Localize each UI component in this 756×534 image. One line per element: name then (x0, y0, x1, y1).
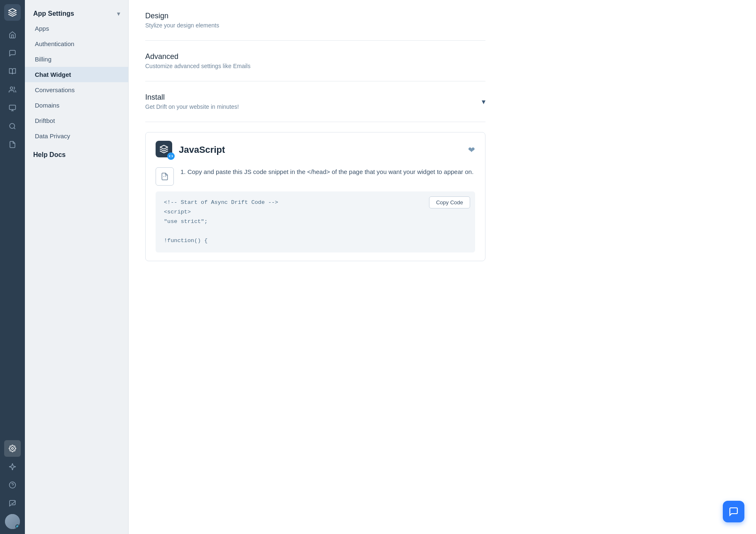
nav-item-data-privacy[interactable]: Data Privacy (25, 128, 128, 144)
install-title: Install (145, 93, 239, 102)
nav-item-driftbot[interactable]: Driftbot (25, 113, 128, 128)
advanced-section: Advanced Customize advanced settings lik… (145, 41, 485, 81)
docs-nav-icon[interactable] (4, 136, 21, 153)
design-section: Design Stylize your design elements (145, 0, 485, 41)
install-chevron[interactable]: ▾ (482, 97, 485, 106)
app-settings-chevron: ▾ (117, 10, 120, 17)
settings-nav-icon[interactable] (4, 440, 21, 457)
feedback-nav-icon[interactable] (4, 495, 21, 512)
svg-point-0 (10, 87, 13, 89)
js-card-label: JavaScript (179, 145, 225, 155)
code-line-5: !function() { (164, 236, 467, 246)
nav-item-authentication[interactable]: Authentication (25, 36, 128, 51)
install-subtitle: Get Drift on your website in minutes! (145, 103, 239, 110)
nav-item-conversations[interactable]: Conversations (25, 82, 128, 98)
rocket-nav-icon[interactable] (4, 458, 21, 475)
chat-fab-button[interactable] (723, 501, 744, 522)
advanced-subtitle: Customize advanced settings like Emails (145, 63, 251, 69)
svg-line-9 (164, 176, 164, 177)
advanced-info: Advanced Customize advanced settings lik… (145, 52, 251, 69)
nav-sidebar: App Settings ▾ Apps Authentication Billi… (25, 0, 129, 534)
install-step-1: 1. Copy and paste this JS code snippet i… (156, 167, 475, 186)
nav-item-domains[interactable]: Domains (25, 98, 128, 113)
help-docs-section[interactable]: Help Docs (25, 144, 128, 161)
app-settings-label: App Settings (33, 10, 74, 17)
help-nav-icon[interactable] (4, 477, 21, 493)
svg-line-5 (14, 127, 15, 129)
design-subtitle: Stylize your design elements (145, 22, 219, 29)
home-nav-icon[interactable] (4, 27, 21, 43)
svg-point-4 (10, 123, 15, 128)
avatar-button[interactable] (4, 513, 21, 530)
code-block: Copy Code <!-- Start of Async Drift Code… (156, 191, 475, 252)
contacts-nav-icon[interactable] (4, 100, 21, 116)
step-description: 1. Copy and paste this JS code snippet i… (180, 167, 473, 177)
main-content: Design Stylize your design elements Adva… (129, 0, 756, 534)
book-nav-icon[interactable] (4, 63, 21, 80)
advanced-title: Advanced (145, 52, 251, 61)
code-line-2: <script> (164, 208, 467, 217)
js-logo-badge (167, 152, 175, 160)
nav-item-apps[interactable]: Apps (25, 21, 128, 36)
search-nav-icon[interactable] (4, 118, 21, 135)
code-file-icon (156, 167, 174, 186)
js-card-heart[interactable]: ❤ (468, 145, 475, 155)
nav-item-chat-widget[interactable]: Chat Widget (25, 67, 128, 82)
design-info: Design Stylize your design elements (145, 12, 219, 29)
javascript-card: JavaScript ❤ 1. Copy and paste this JS c… (145, 132, 485, 261)
install-info: Install Get Drift on your website in min… (145, 93, 239, 110)
app-logo[interactable] (4, 4, 21, 21)
code-line-3: "use strict"; (164, 217, 467, 227)
bottom-nav-icons (4, 440, 21, 530)
nav-item-billing[interactable]: Billing (25, 51, 128, 67)
icon-sidebar (0, 0, 25, 534)
team-nav-icon[interactable] (4, 81, 21, 98)
js-card-header: JavaScript ❤ (156, 141, 475, 159)
app-settings-header[interactable]: App Settings ▾ (25, 7, 128, 21)
copy-code-button[interactable]: Copy Code (429, 196, 470, 208)
chat-nav-icon[interactable] (4, 45, 21, 61)
svg-point-6 (12, 448, 14, 450)
code-line-4 (164, 227, 467, 236)
js-card-title-group: JavaScript (156, 141, 225, 159)
install-section: Install Get Drift on your website in min… (145, 81, 485, 122)
svg-rect-1 (10, 105, 16, 110)
design-title: Design (145, 12, 219, 20)
js-logo (156, 141, 174, 159)
code-line-1: <!-- Start of Async Drift Code --> (164, 198, 467, 208)
svg-line-10 (166, 176, 166, 177)
